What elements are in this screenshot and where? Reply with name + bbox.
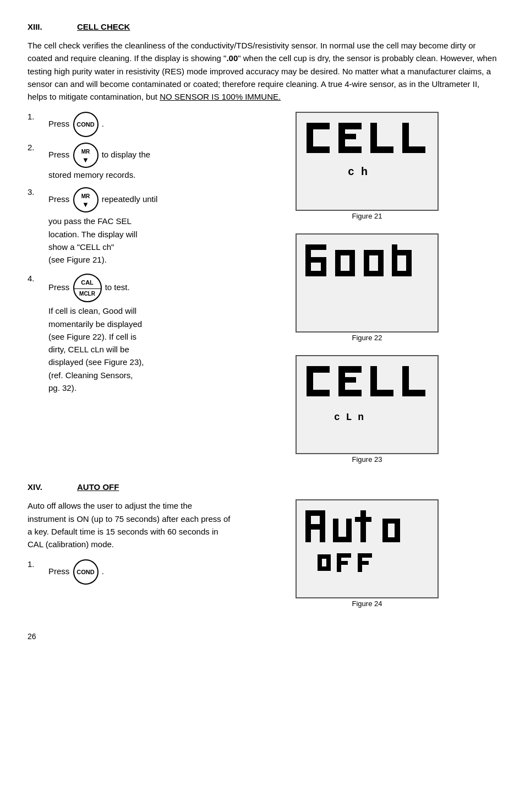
svg-rect-2 [307,146,330,153]
step-2: 2. Press MR ▼ to display the [28,143,231,168]
svg-rect-16 [321,257,326,276]
step-3-continuation: you pass the FAC SEL location. The displ… [48,215,231,266]
xiii-content-area: 1. Press COND . 2. Press MR ▼ to display… [28,112,497,471]
figure-21-box: c h [296,112,439,211]
figure-21-label: Figure 21 [352,212,382,220]
section-xiii-header: XIII. CELL CHECK [28,22,497,31]
svg-rect-48 [360,510,366,542]
svg-rect-60 [337,561,348,565]
svg-rect-4 [338,123,362,129]
cond-button-xiv[interactable]: COND [73,559,99,585]
xiv-step-1: 1. Press COND . [28,559,231,585]
svg-rect-37 [370,390,393,396]
svg-rect-14 [305,257,321,263]
figure-24-wrap: Figure 24 [296,499,439,612]
figure-22-wrap: Figure 22 [296,233,439,346]
figure-23-box: c L n [296,355,439,454]
mr-button-2[interactable]: MR ▼ [73,143,99,168]
figure-22-label: Figure 22 [352,334,382,342]
svg-rect-31 [307,390,330,396]
step-1-content: Press COND . [48,112,104,137]
svg-rect-24 [378,250,384,276]
svg-rect-33 [338,366,362,373]
svg-rect-10 [402,146,425,153]
cal-button-4[interactable]: CAL MCLR [73,274,102,302]
xiv-steps-col: Auto off allows the user to adjust the t… [28,499,237,615]
svg-rect-53 [395,519,400,542]
step-2-content: Press MR ▼ to display the [48,143,150,168]
section-xiv-body: Auto off allows the user to adjust the t… [28,499,231,551]
figure-23-wrap: c L n Figure 23 [296,355,439,468]
cond-button-1[interactable]: COND [73,112,99,137]
page-number: 26 [28,632,497,641]
svg-rect-35 [338,390,362,396]
figure-23-svg: c L n [301,361,433,449]
svg-text:c L n: c L n [334,412,364,423]
xiii-steps-col: 1. Press COND . 2. Press MR ▼ to display… [28,112,237,471]
svg-rect-34 [338,377,356,383]
svg-rect-63 [358,561,369,565]
step-4: 4. Press CAL MCLR to test. [28,274,231,302]
figure-24-svg [301,505,433,593]
step-2-num: 2. [28,143,43,152]
xiv-content-area: Auto off allows the user to adjust the t… [28,499,497,615]
svg-rect-44 [320,510,325,542]
section-xiv: XIV. AUTO OFF Auto off allows the user t… [28,482,497,615]
figure-23-label: Figure 23 [352,455,382,464]
step-3-num: 3. [28,187,43,197]
step-3: 3. Press MR ▼ repeatedly until [28,187,231,212]
step-1-num: 1. [28,112,43,121]
section-xiv-title: AUTO OFF [77,482,119,492]
xiv-step-1-content: Press COND . [48,559,104,585]
svg-text:c h: c h [348,166,368,178]
figure-24-box [296,499,439,598]
svg-rect-28 [406,250,412,276]
step-2-continuation: stored memory records. [48,170,231,179]
svg-rect-1 [307,123,330,129]
figure-24-label: Figure 24 [352,600,382,608]
svg-rect-5 [338,134,356,139]
svg-rect-47 [346,519,352,542]
svg-rect-39 [402,390,425,396]
section-xiii: XIII. CELL CHECK The cell check verifies… [28,22,497,471]
section-xiv-header: XIV. AUTO OFF [28,482,497,492]
xiv-step-1-num: 1. [28,559,43,569]
svg-rect-13 [305,244,326,250]
step-1: 1. Press COND . [28,112,231,137]
step-3-content: Press MR ▼ repeatedly until [48,187,157,212]
xiv-figures-col: Figure 24 [237,499,497,615]
figure-22-box [296,233,439,333]
svg-rect-59 [337,553,351,558]
figure-21-svg: c h [301,117,433,205]
figure-21-wrap: c h Figure 21 [296,112,439,225]
section-xiii-num: XIII. [28,22,61,31]
figure-22-svg [301,239,433,327]
svg-rect-49 [355,517,371,522]
svg-rect-30 [307,366,330,373]
svg-rect-62 [358,553,372,558]
section-xiii-body: The cell check verifies the cleanliness … [28,39,497,103]
step-4-num: 4. [28,274,43,283]
svg-rect-20 [349,250,355,276]
svg-rect-6 [338,146,362,153]
svg-rect-8 [370,146,393,153]
mr-button-3[interactable]: MR ▼ [73,187,99,212]
svg-rect-57 [326,554,331,571]
step-4-content: Press CAL MCLR to test. [48,274,130,302]
section-xiv-num: XIV. [28,482,61,492]
xiii-figures-col: c h Figure 21 [237,112,497,471]
section-xiii-title: CELL CHECK [77,22,130,31]
step-4-note: If cell is clean, Good will momentarily … [48,304,231,394]
